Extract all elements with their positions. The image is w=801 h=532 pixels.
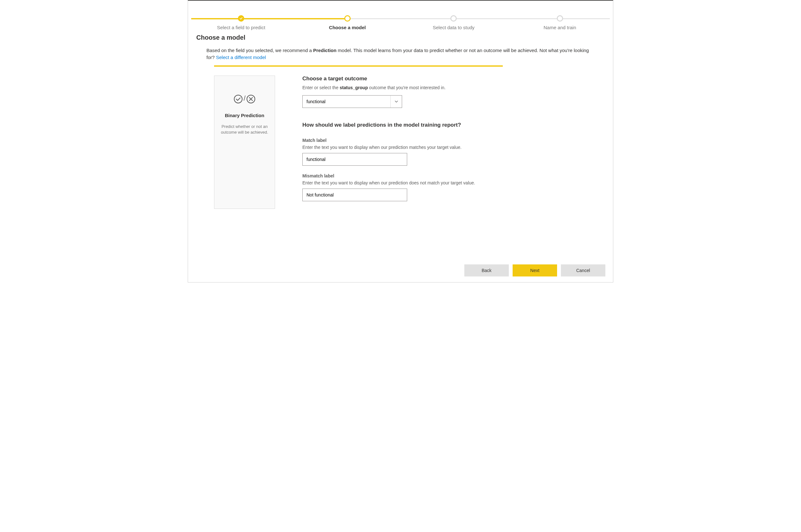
step-label: Choose a model [294,25,401,30]
step-select-field[interactable]: Select a field to predict [188,10,294,30]
target-outcome-combobox[interactable] [302,95,402,108]
step-select-data[interactable]: Select data to study [400,10,507,30]
wizard-stepper: Select a field to predict Choose a model… [188,1,613,30]
target-outcome-heading: Choose a target outcome [302,76,509,82]
step-choose-model[interactable]: Choose a model [294,10,401,30]
target-outcome-dropdown-button[interactable] [390,96,402,108]
svg-point-0 [234,95,242,103]
step-name-train[interactable]: Name and train [507,10,613,30]
model-card-desc: Predict whether or not an outcome will b… [218,124,272,135]
form-column: Choose a target outcome Enter or select … [302,76,509,209]
select-different-model-link[interactable]: Select a different model [216,55,266,60]
step-circle-done [238,15,244,22]
x-circle-icon [246,94,256,104]
model-card-name: Binary Prediction [218,113,272,118]
mismatch-label-heading: Mismatch label [302,173,509,178]
target-sub-suffix: outcome that you're most interested in. [368,85,446,90]
next-button[interactable]: Next [513,264,557,277]
step-circle-pending [450,15,457,22]
step-label: Name and train [507,25,613,30]
wizard-footer: Back Next Cancel [464,264,606,277]
chevron-down-icon [394,100,398,103]
intro-prefix: Based on the field you selected, we reco… [206,48,313,53]
cancel-button[interactable]: Cancel [561,264,606,277]
match-label-input[interactable] [302,153,407,166]
check-circle-icon [234,94,243,104]
match-label-heading: Match label [302,138,509,143]
back-button[interactable]: Back [464,264,509,277]
step-circle-current [344,15,351,22]
check-icon [240,17,243,20]
target-outcome-input[interactable] [303,96,390,108]
step-label: Select data to study [400,25,507,30]
model-card-binary-prediction[interactable]: / Binary Prediction Predict whether or n… [214,76,275,209]
wizard-content: Choose a model Based on the field you se… [188,30,613,209]
wizard-body: / Binary Prediction Predict whether or n… [196,66,605,209]
mismatch-label-sub: Enter the text you want to display when … [302,180,509,185]
target-sub-field: status_group [340,85,368,90]
page-title: Choose a model [196,34,605,41]
intro-text: Based on the field you selected, we reco… [196,47,605,61]
match-label-sub: Enter the text you want to display when … [302,145,509,150]
slash-separator: / [244,94,245,102]
target-outcome-sub: Enter or select the status_group outcome… [302,85,509,90]
step-circle-pending [557,15,563,22]
wizard-dialog: Select a field to predict Choose a model… [188,0,613,283]
intro-model-word: Prediction [313,48,336,53]
binary-prediction-icon: / [218,94,272,104]
target-sub-prefix: Enter or select the [302,85,340,90]
step-label: Select a field to predict [188,25,294,30]
mismatch-label-input[interactable] [302,189,407,201]
label-predictions-heading: How should we label predictions in the m… [302,122,509,128]
